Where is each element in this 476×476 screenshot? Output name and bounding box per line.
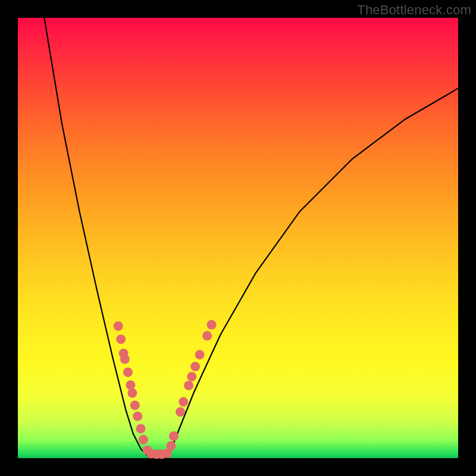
curve-marker [136,424,146,433]
bottleneck-curve [44,18,458,458]
curve-marker [195,350,205,359]
curve-marker [176,407,185,416]
curve-marker [116,334,126,344]
curve-marker [130,400,140,410]
curve-marker [133,412,142,421]
curve-marker [167,441,176,450]
curve-marker [190,362,200,371]
curve-marker [169,431,178,441]
curve-marker [139,435,148,444]
plot-area [18,18,458,458]
chart-frame: TheBottleneck.com [0,0,476,476]
curve-markers [114,320,217,459]
curve-marker [126,380,135,390]
curve-marker [123,368,133,377]
watermark-text: TheBottleneck.com [357,2,471,18]
curve-marker [127,389,137,398]
curve-marker [187,372,196,381]
curve-marker [120,355,130,364]
curve-marker [178,397,188,406]
curve-svg [18,18,458,458]
curve-marker [114,321,123,331]
curve-marker [207,320,217,330]
curve-marker [184,381,193,390]
curve-marker [202,331,212,340]
